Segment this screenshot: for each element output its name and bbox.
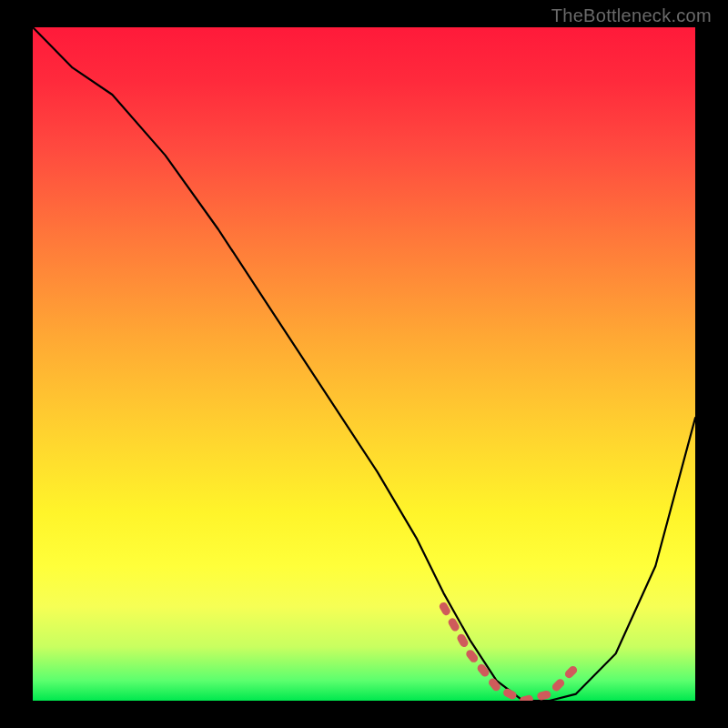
- bottleneck-curve: [33, 27, 695, 701]
- watermark-text: TheBottleneck.com: [551, 5, 712, 26]
- optimal-zone-highlight: [443, 606, 576, 701]
- plot-area: [33, 27, 695, 701]
- chart-svg: [33, 27, 695, 701]
